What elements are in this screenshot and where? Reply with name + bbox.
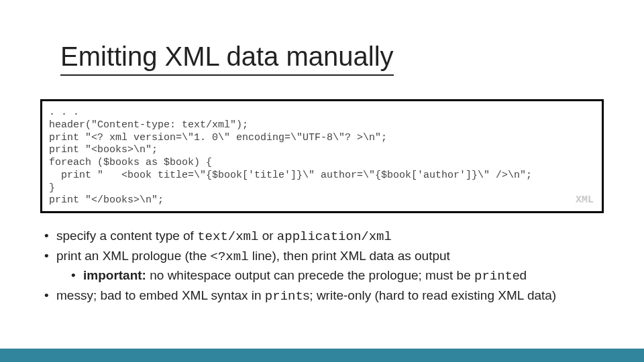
bullet-text: or bbox=[258, 229, 276, 243]
bullet-item: print an XML prologue (the <?xml line), … bbox=[40, 247, 604, 286]
bullet-emphasis: important: bbox=[83, 268, 146, 282]
code-line: print "<? xml version=\"1. 0\" encoding=… bbox=[49, 132, 595, 145]
bullet-text: print an XML prologue (the bbox=[56, 249, 211, 263]
bullet-item: messy; bad to embed XML syntax in prints… bbox=[40, 286, 604, 306]
slide: Emitting XML data manually . . . header(… bbox=[0, 0, 644, 362]
inline-code: <?xml bbox=[211, 249, 249, 264]
bullet-list: specify a content type of text/xml or ap… bbox=[40, 227, 604, 306]
code-block: . . . header("Content-type: text/xml"); … bbox=[40, 99, 604, 213]
code-line: header("Content-type: text/xml"); bbox=[49, 119, 595, 132]
bullet-text: specify a content type of bbox=[56, 229, 197, 243]
footer-accent-bar bbox=[0, 349, 644, 362]
code-line: } bbox=[49, 182, 595, 195]
code-line: foreach ($books as $book) { bbox=[49, 157, 595, 170]
inline-code: text/xml bbox=[197, 229, 258, 244]
code-language-tag: XML bbox=[576, 194, 594, 207]
inline-code: print bbox=[265, 289, 303, 304]
code-line: print "</books>\n"; bbox=[49, 194, 595, 207]
inline-code: application/xml bbox=[277, 229, 392, 244]
inline-code: print bbox=[474, 269, 513, 284]
bullet-subitem: important: no whitespace output can prec… bbox=[67, 266, 604, 286]
code-line: print " <book title=\"{$book['title']}\"… bbox=[49, 170, 595, 182]
bullet-text: messy; bad to embed XML syntax in bbox=[56, 288, 265, 302]
code-line: print "<books>\n"; bbox=[49, 144, 595, 157]
bullet-item: specify a content type of text/xml or ap… bbox=[40, 227, 604, 247]
bullet-text: line), then print XML data as output bbox=[249, 249, 450, 263]
bullet-text: s; write-only (hard to read existing XML… bbox=[303, 288, 556, 302]
slide-title: Emitting XML data manually bbox=[60, 42, 394, 76]
bullet-text: no whitespace output can precede the pro… bbox=[146, 268, 474, 282]
bullet-text: ed bbox=[513, 268, 527, 282]
code-line: . . . bbox=[49, 107, 595, 119]
